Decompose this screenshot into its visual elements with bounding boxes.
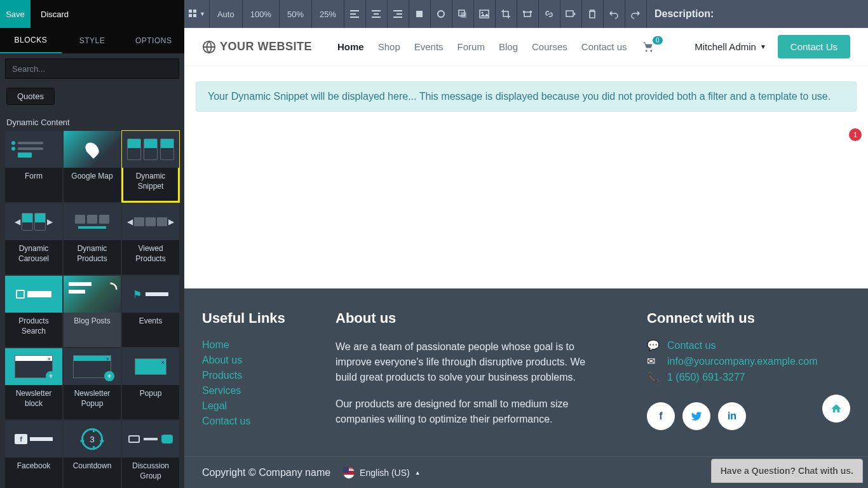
footer-link-legal[interactable]: Legal — [202, 400, 310, 412]
nav-blog[interactable]: Blog — [499, 41, 518, 52]
svg-rect-6 — [350, 17, 359, 18]
zoom-50-button[interactable]: 50% — [280, 0, 312, 28]
block-form[interactable]: Form — [5, 131, 62, 202]
block-newsletter-block[interactable]: ×+ Newsletter block — [5, 348, 62, 419]
block-dynamic-carousel[interactable]: ◀ ▶ Dynamic Carousel — [5, 203, 62, 274]
block-facebook[interactable]: f Facebook — [5, 421, 62, 488]
nav-shop[interactable]: Shop — [378, 41, 400, 52]
block-dynamic-carousel-thumb: ◀ ▶ — [5, 203, 62, 240]
footer-connect-title: Connect with us — [647, 310, 850, 327]
category-quotes-pill[interactable]: Quotes — [6, 88, 55, 105]
nav-events[interactable]: Events — [414, 41, 444, 52]
nav-forum[interactable]: Forum — [458, 41, 485, 52]
block-dynamic-products[interactable]: Dynamic Products — [64, 203, 121, 274]
search-input[interactable] — [5, 58, 179, 79]
site-logo[interactable]: YOUR WEBSITE — [202, 40, 312, 54]
social-twitter-button[interactable] — [682, 402, 710, 430]
svg-point-14 — [438, 11, 444, 17]
save-button[interactable]: Save — [0, 0, 31, 28]
crop-icon[interactable] — [496, 0, 517, 28]
tab-style[interactable]: STYLE — [62, 28, 123, 53]
dynamic-snippet-placeholder-alert: Your Dynamic Snippet will be displayed h… — [196, 81, 857, 112]
cart-badge: 0 — [653, 36, 663, 44]
footer-phone-link[interactable]: 1 (650) 691-3277 — [667, 372, 745, 383]
language-selector[interactable]: English (US) ▲ — [343, 467, 421, 478]
nav-home[interactable]: Home — [337, 41, 364, 52]
envelope-icon: ✉ — [647, 355, 658, 367]
notification-badge[interactable]: 1 — [849, 128, 862, 141]
cart-button[interactable]: 0 — [642, 41, 655, 53]
footer-link-home[interactable]: Home — [202, 339, 310, 351]
block-dynamic-snippet[interactable]: Dynamic Snippet — [122, 131, 179, 202]
user-name: Mitchell Admin — [695, 41, 756, 52]
svg-rect-16 — [461, 12, 466, 18]
block-google-map-label: Google Map — [69, 172, 115, 182]
replace-image-icon[interactable] — [560, 0, 582, 28]
svg-rect-17 — [480, 10, 489, 18]
undo-icon[interactable] — [604, 0, 625, 28]
block-facebook-label: Facebook — [15, 461, 53, 471]
shadow-icon[interactable] — [452, 0, 474, 28]
nav-courses[interactable]: Courses — [532, 41, 567, 52]
countdown-value: 3 — [90, 435, 94, 444]
block-countdown-label: Countdown — [71, 461, 114, 471]
block-newsletter-popup[interactable]: ×+ Newsletter Popup — [64, 348, 121, 419]
tab-blocks[interactable]: BLOCKS — [0, 28, 62, 53]
svg-rect-7 — [372, 10, 381, 11]
block-google-map[interactable]: Google Map — [64, 131, 121, 202]
block-products-search[interactable]: Products Search — [5, 276, 62, 347]
home-round-button[interactable] — [822, 395, 850, 423]
footer-link-about[interactable]: About us — [202, 355, 310, 366]
zoom-auto-button[interactable]: Auto — [210, 0, 243, 28]
editor-side-panel: BLOCKS STYLE OPTIONS Quotes Dynamic Cont… — [0, 28, 184, 488]
zoom-25-button[interactable]: 25% — [312, 0, 344, 28]
footer-about-title: About us — [336, 310, 602, 327]
tab-options[interactable]: OPTIONS — [123, 28, 184, 53]
shape-circle-icon[interactable] — [431, 0, 452, 28]
block-discussion-group[interactable]: Discussion Group — [122, 421, 179, 488]
block-countdown[interactable]: 3 Countdown — [64, 421, 121, 488]
trash-icon[interactable] — [582, 0, 604, 28]
shape-square-icon[interactable] — [409, 0, 431, 28]
discard-button[interactable]: Discard — [31, 0, 79, 28]
block-form-label: Form — [22, 172, 45, 182]
block-products-search-label: Products Search — [5, 316, 62, 336]
social-facebook-button[interactable]: f — [647, 402, 675, 430]
description-label: Description: — [647, 0, 714, 28]
footer-contact-link[interactable]: Contact us — [667, 340, 715, 351]
svg-rect-13 — [416, 11, 423, 17]
livechat-widget[interactable]: Have a Question? Chat with us. — [711, 459, 863, 483]
footer-link-services[interactable]: Services — [202, 385, 310, 396]
align-right-icon[interactable] — [388, 0, 409, 28]
align-center-icon[interactable] — [366, 0, 388, 28]
redo-icon[interactable] — [625, 0, 647, 28]
block-blog-posts-label: Blog Posts — [71, 316, 112, 327]
footer-about-p1: We are a team of passionate people whose… — [336, 339, 602, 385]
block-events[interactable]: ⚑ Events — [122, 276, 179, 347]
grid-dropdown-icon[interactable]: ▼ — [184, 0, 210, 28]
contact-us-button[interactable]: Contact Us — [778, 35, 850, 58]
block-popup[interactable]: × Popup — [122, 348, 179, 419]
svg-rect-22 — [566, 11, 573, 17]
footer-link-products[interactable]: Products — [202, 370, 310, 381]
footer-email-link[interactable]: info@yourcompany.example.com — [667, 356, 818, 367]
block-viewed-products-label: Viewed Products — [122, 244, 179, 264]
footer-link-contact[interactable]: Contact us — [202, 416, 310, 427]
user-menu[interactable]: Mitchell Admin ▼ — [695, 41, 766, 52]
align-left-icon[interactable] — [344, 0, 366, 28]
main-nav: Home Shop Events Forum Blog Courses Cont… — [337, 41, 627, 52]
block-viewed-products[interactable]: ◀ ▶ Viewed Products — [122, 203, 179, 274]
nav-contact[interactable]: Contact us — [581, 41, 627, 52]
website-preview: YOUR WEBSITE Home Shop Events Forum Blog… — [184, 28, 868, 488]
link-icon[interactable] — [539, 0, 560, 28]
block-blog-posts[interactable]: ◝ Blog Posts — [64, 276, 121, 347]
editor-toolbar: ▼ Auto 100% 50% 25% Description: — [184, 0, 868, 28]
chevron-down-icon: ▼ — [760, 43, 766, 50]
image-icon[interactable] — [474, 0, 496, 28]
zoom-100-button[interactable]: 100% — [243, 0, 280, 28]
footer-useful-links-title: Useful Links — [202, 310, 310, 327]
svg-rect-21 — [530, 11, 532, 13]
social-linkedin-button[interactable]: in — [718, 402, 746, 430]
block-newsletter-block-thumb: ×+ — [5, 348, 62, 385]
transform-icon[interactable] — [517, 0, 539, 28]
